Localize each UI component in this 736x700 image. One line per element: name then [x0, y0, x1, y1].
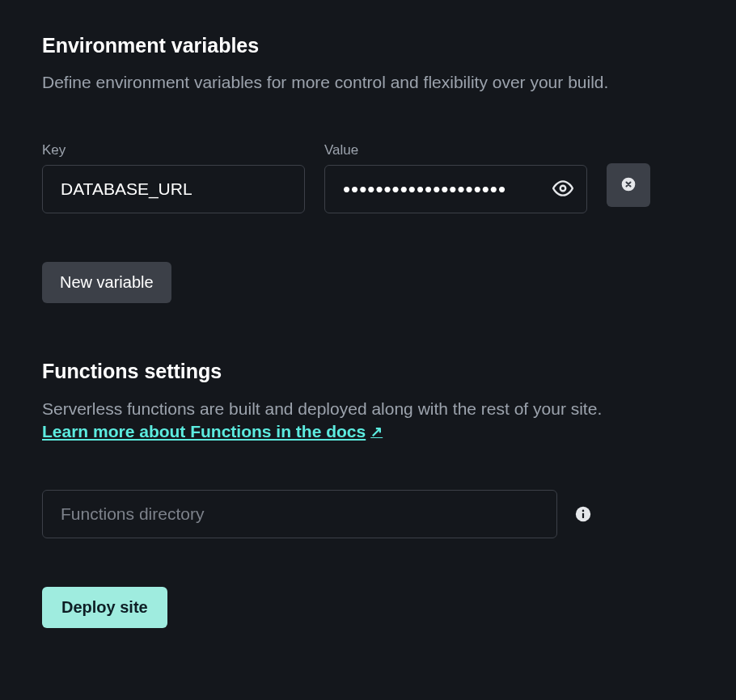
new-variable-button[interactable]: New variable	[42, 262, 171, 303]
functions-description: Serverless functions are built and deplo…	[42, 396, 694, 422]
value-field-group: Value	[324, 142, 587, 213]
reveal-value-button[interactable]	[545, 171, 581, 207]
functions-directory-row	[42, 490, 694, 538]
functions-docs-link[interactable]: Learn more about Functions in the docs ↗	[42, 422, 383, 441]
key-field-group: Key	[42, 142, 305, 213]
remove-variable-button[interactable]	[607, 163, 650, 207]
value-input-wrapper	[324, 165, 587, 213]
key-label: Key	[42, 142, 305, 158]
env-var-row: Key Value	[42, 142, 694, 213]
functions-title: Functions settings	[42, 360, 694, 383]
external-link-icon: ↗	[370, 423, 383, 441]
functions-description-block: Serverless functions are built and deplo…	[42, 396, 694, 441]
eye-icon	[552, 178, 573, 201]
functions-docs-link-label: Learn more about Functions in the docs	[42, 422, 366, 441]
env-key-input[interactable]	[42, 165, 305, 213]
svg-point-3	[582, 509, 585, 512]
close-circle-icon	[620, 176, 637, 195]
svg-point-0	[560, 186, 566, 192]
functions-directory-input[interactable]	[42, 490, 557, 538]
deploy-site-button[interactable]: Deploy site	[42, 587, 167, 628]
svg-rect-4	[582, 513, 584, 518]
env-vars-title: Environment variables	[42, 34, 694, 57]
info-icon[interactable]	[573, 504, 593, 524]
env-vars-description: Define environment variables for more co…	[42, 70, 694, 94]
value-label: Value	[324, 142, 587, 158]
